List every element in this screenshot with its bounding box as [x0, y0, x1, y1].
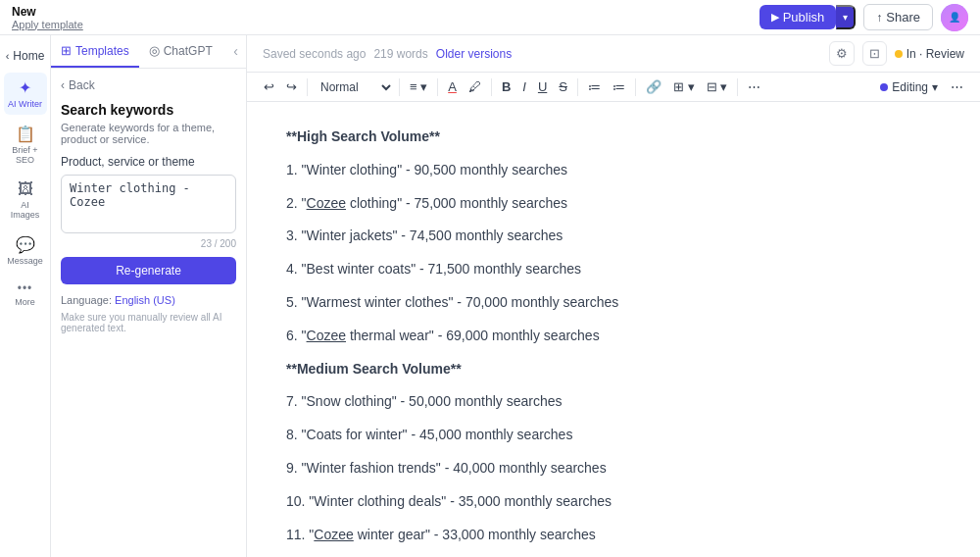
toolbar-sep-6	[635, 78, 636, 96]
highlight-button[interactable]: 🖊	[464, 76, 486, 97]
editing-mode-label: Editing	[892, 80, 928, 94]
numbered-list-button[interactable]: ≔	[608, 76, 630, 97]
sidebar-item-ai-images[interactable]: 🖼 AI Images	[4, 175, 47, 226]
item-10: 10. "Winter clothing deals" - 35,000 mon…	[286, 490, 941, 514]
sidebar-item-brief-seo[interactable]: 📋 Brief + SEO	[4, 119, 47, 171]
sidebar-item-more[interactable]: ••• More	[4, 276, 47, 313]
top-bar-title-group: New Apply template	[12, 5, 83, 30]
main-layout: ‹ Home ✦ AI Writer 📋 Brief + SEO 🖼 AI Im…	[0, 35, 980, 557]
language-setting: Language: English (US)	[61, 294, 236, 306]
item-2: 2. "Cozee clothing" - 75,000 monthly sea…	[286, 192, 941, 216]
item-5: 5. "Warmest winter clothes" - 70,000 mon…	[286, 291, 941, 315]
document-body: **High Search Volume** 1. "Winter clothi…	[286, 126, 941, 557]
editing-mode-selector[interactable]: Editing ▾	[874, 77, 944, 97]
item-11: 11. "Cozee winter gear" - 33,000 monthly…	[286, 524, 941, 547]
underline-button[interactable]: U	[533, 76, 552, 97]
back-button[interactable]: ‹ Back	[61, 78, 236, 92]
image-button[interactable]: ⊞ ▾	[668, 76, 700, 97]
product-theme-input[interactable]	[61, 175, 236, 233]
style-select[interactable]: Normal Heading 1 Heading 2	[313, 77, 394, 97]
top-bar: New Apply template ▶ Publish ▾ ↑ Share 👤	[0, 0, 980, 35]
editor-toolbar: ↩ ↪ Normal Heading 1 Heading 2 ≡ ▾ A 🖊 B…	[247, 73, 980, 102]
panel-tabs: ⊞ Templates ◎ ChatGPT ‹	[51, 35, 246, 69]
panel-body: ‹ Back Search keywords Generate keywords…	[51, 69, 246, 557]
align-button[interactable]: ≡ ▾	[405, 76, 432, 97]
image-icon: 🖼	[18, 180, 33, 198]
medium-volume-header: **Medium Search Volume**	[286, 361, 462, 377]
table-button[interactable]: ⊟ ▾	[702, 76, 733, 97]
italic-button[interactable]: I	[517, 76, 531, 97]
bold-button[interactable]: B	[497, 76, 515, 97]
share-button[interactable]: ↑ Share	[863, 4, 933, 30]
apply-template-link[interactable]: Apply template	[12, 19, 83, 30]
publish-button[interactable]: ▶ Publish	[760, 5, 837, 29]
field-label: Product, service or theme	[61, 155, 236, 169]
chevron-left-icon: ‹	[6, 50, 10, 62]
home-button[interactable]: ‹ Home	[0, 43, 52, 69]
link-button[interactable]: 🔗	[641, 76, 666, 97]
toolbar-sep-3	[437, 78, 438, 96]
editor-content[interactable]: **High Search Volume** 1. "Winter clothi…	[247, 102, 980, 557]
play-icon: ▶	[771, 11, 779, 24]
ai-review-note: Make sure you manually review all AI gen…	[61, 312, 236, 333]
more-icon: •••	[18, 281, 33, 295]
bullet-list-button[interactable]: ≔	[583, 76, 606, 97]
sidebar-item-message[interactable]: 💬 Message	[4, 229, 47, 272]
document-title: New	[12, 5, 83, 19]
status-dot	[895, 50, 903, 58]
regenerate-button[interactable]: Re-generate	[61, 257, 236, 284]
editor-meta-right: ⚙ ⊡ In · Review	[829, 41, 964, 66]
language-link[interactable]: English (US)	[115, 294, 175, 306]
avatar[interactable]: 👤	[941, 4, 968, 31]
editor-area: Saved seconds ago 219 words Older versio…	[247, 35, 980, 557]
sparkle-icon: ✦	[19, 78, 31, 97]
grid-icon: ⊞	[61, 43, 72, 58]
tab-templates[interactable]: ⊞ Templates	[51, 35, 139, 68]
collapse-panel-button[interactable]: ‹	[225, 35, 246, 68]
top-bar-actions: ▶ Publish ▾ ↑ Share 👤	[760, 4, 968, 31]
item-7: 7. "Snow clothing" - 50,000 monthly sear…	[286, 390, 941, 414]
editor-meta-left: Saved seconds ago 219 words Older versio…	[263, 47, 512, 61]
fullscreen-icon-button[interactable]: ⊡	[862, 41, 887, 66]
more-formats-button[interactable]: ⋯	[743, 76, 765, 97]
item-4: 4. "Best winter coats" - 71,500 monthly …	[286, 258, 941, 281]
cozee-link-6: Cozee	[307, 328, 346, 343]
word-count: 219 words	[373, 47, 427, 61]
toolbar-sep-1	[307, 78, 308, 96]
icon-sidebar: ‹ Home ✦ AI Writer 📋 Brief + SEO 🖼 AI Im…	[0, 35, 51, 557]
strikethrough-button[interactable]: S	[554, 76, 572, 97]
item-6: 6. "Cozee thermal wear" - 69,000 monthly…	[286, 325, 941, 348]
panel-subtitle: Generate keywords for a theme, product o…	[61, 122, 236, 145]
cozee-link-11: Cozee	[314, 527, 353, 542]
cozee-link-2: Cozee	[307, 195, 346, 211]
older-versions-link[interactable]: Older versions	[436, 47, 512, 61]
item-1: 1. "Winter clothing" - 90,500 monthly se…	[286, 159, 941, 182]
high-volume-header: **High Search Volume**	[286, 128, 440, 144]
circle-icon: ◎	[149, 43, 160, 58]
sidebar-item-ai-writer[interactable]: ✦ AI Writer	[4, 73, 47, 115]
undo-button[interactable]: ↩	[259, 76, 279, 97]
share-icon: ↑	[876, 11, 882, 25]
saved-status: Saved seconds ago	[263, 47, 366, 61]
tab-chatgpt[interactable]: ◎ ChatGPT	[139, 35, 222, 68]
back-chevron-icon: ‹	[61, 78, 65, 92]
editing-dropdown-icon: ▾	[932, 80, 938, 94]
item-9: 9. "Winter fashion trends" - 40,000 mont…	[286, 457, 941, 481]
font-color-button[interactable]: A	[443, 76, 462, 97]
toolbar-sep-5	[577, 78, 578, 96]
toolbar-sep-4	[491, 78, 492, 96]
settings-icon-button[interactable]: ⚙	[829, 41, 855, 66]
toolbar-sep-7	[737, 78, 738, 96]
item-3: 3. "Winter jackets" - 74,500 monthly sea…	[286, 225, 941, 248]
publish-dropdown-button[interactable]: ▾	[836, 5, 856, 29]
message-icon: 💬	[16, 235, 35, 254]
status-badge: In · Review	[895, 47, 964, 61]
home-label: Home	[13, 49, 44, 63]
editor-meta-bar: Saved seconds ago 219 words Older versio…	[247, 35, 980, 73]
item-8: 8. "Coats for winter" - 45,000 monthly s…	[286, 424, 941, 447]
char-count: 23 / 200	[61, 238, 236, 249]
toolbar-sep-2	[399, 78, 400, 96]
redo-button[interactable]: ↪	[281, 76, 302, 97]
toolbar-overflow-button[interactable]: ⋯	[946, 76, 968, 97]
toolbar-right: Editing ▾	[874, 77, 944, 97]
